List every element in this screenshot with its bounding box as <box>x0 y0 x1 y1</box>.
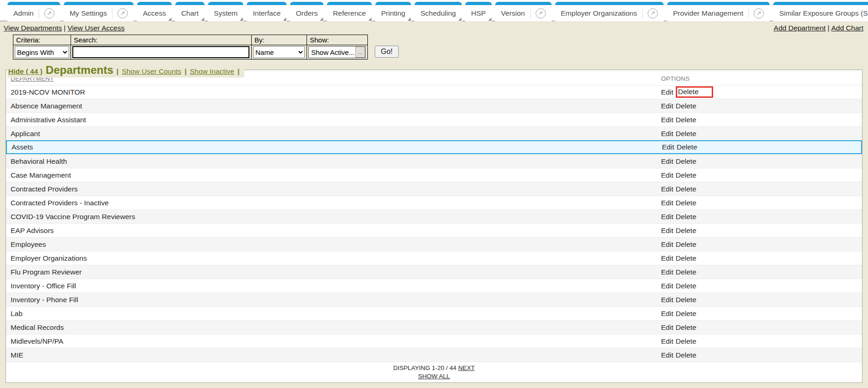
tab[interactable]: System <box>208 2 244 21</box>
tab-label: Employer Organizations <box>561 9 637 18</box>
delete-link[interactable]: Delete <box>676 130 697 138</box>
delete-link[interactable]: Delete <box>676 116 697 124</box>
next-page-link[interactable]: NEXT <box>458 364 475 371</box>
tab[interactable]: Provider Management ↗ <box>667 2 770 21</box>
department-row[interactable]: Administrative Assistant Edit Delete <box>6 113 862 126</box>
add-chart-link[interactable]: Add Chart <box>831 24 863 32</box>
department-row[interactable]: Inventory - Office Fill Edit Delete <box>6 279 862 292</box>
edit-link[interactable]: Edit <box>661 351 673 359</box>
delete-link[interactable]: Delete <box>676 227 697 235</box>
edit-link[interactable]: Edit <box>661 296 673 304</box>
tab-icon-wrap: ↗ <box>530 8 546 18</box>
tab[interactable]: Orders <box>290 2 324 21</box>
edit-link[interactable]: Edit <box>661 282 673 290</box>
delete-link[interactable]: Delete <box>677 143 697 151</box>
edit-link[interactable]: Edit <box>661 157 673 166</box>
edit-link[interactable]: Edit <box>661 323 673 332</box>
go-button[interactable]: Go! <box>375 46 399 58</box>
department-row[interactable]: Medical Records Edit Delete <box>6 320 862 334</box>
edit-link[interactable]: Edit <box>661 240 673 249</box>
tab[interactable]: Reference <box>327 2 372 21</box>
delete-link[interactable]: Delete <box>676 351 697 359</box>
legend-separator: | <box>237 64 239 79</box>
edit-link[interactable]: Edit <box>661 227 673 235</box>
department-row[interactable]: Lab Edit Delete <box>6 306 862 320</box>
open-new-window-icon[interactable]: ↗ <box>754 8 764 18</box>
delete-link[interactable]: Delete <box>676 310 697 318</box>
tab[interactable]: My Settings ↗ <box>64 2 134 21</box>
delete-link[interactable]: Delete <box>676 171 697 179</box>
tab[interactable]: Access <box>137 2 172 21</box>
department-row[interactable]: MIE Edit Delete <box>6 348 862 362</box>
hide-count-link[interactable]: Hide ( 44 ) <box>8 64 42 79</box>
department-row[interactable]: Contracted Providers - Inactive Edit Del… <box>6 196 862 209</box>
delete-link[interactable]: Delete <box>676 157 697 166</box>
edit-link[interactable]: Edit <box>661 130 673 138</box>
department-row[interactable]: Midlevels/NP/PA Edit Delete <box>6 334 862 348</box>
ellipsis-button[interactable]: ... <box>355 47 365 58</box>
department-row[interactable]: Flu Program Reviewer Edit Delete <box>6 265 862 279</box>
delete-link[interactable]: Delete <box>676 282 697 290</box>
open-new-window-icon[interactable]: ↗ <box>648 8 658 18</box>
delete-link[interactable]: Delete <box>676 268 697 276</box>
department-row[interactable]: Employees Edit Delete <box>6 237 862 251</box>
tab[interactable]: Scheduling <box>414 2 462 21</box>
view-user-access-link[interactable]: View User Access <box>67 24 124 32</box>
department-row[interactable]: Absence Management Edit Delete <box>6 99 862 113</box>
search-input[interactable] <box>72 46 249 58</box>
edit-link[interactable]: Edit <box>661 254 673 263</box>
edit-link[interactable]: Edit <box>661 171 673 179</box>
edit-link[interactable]: Edit <box>661 88 673 96</box>
tab[interactable]: Employer Organizations ↗ <box>555 2 664 21</box>
criteria-select[interactable]: Begins With <box>15 46 69 58</box>
show-active-picker[interactable]: Show Active... ... <box>308 46 366 58</box>
delete-link[interactable]: Delete <box>676 254 697 263</box>
tab[interactable]: Interface <box>247 2 286 21</box>
department-row[interactable]: Employer Organizations Edit Delete <box>6 251 862 265</box>
edit-link[interactable]: Edit <box>662 143 674 151</box>
department-row[interactable]: Contracted Providers Edit Delete <box>6 182 862 196</box>
edit-link[interactable]: Edit <box>661 310 673 318</box>
edit-link[interactable]: Edit <box>661 199 673 207</box>
department-row[interactable]: Applicant Edit Delete <box>6 126 862 140</box>
delete-link[interactable]: Delete <box>676 296 697 304</box>
row-options: Edit Delete <box>661 213 862 221</box>
delete-link[interactable]: Delete <box>676 86 713 98</box>
tab[interactable]: HSP <box>465 2 492 21</box>
department-row[interactable]: 2019-NCOV MONITOR Edit Delete <box>6 85 862 99</box>
delete-link[interactable]: Delete <box>676 199 697 207</box>
open-new-window-icon[interactable]: ↗ <box>536 8 546 18</box>
tab[interactable]: Similar Exposure Groups (SEGs) ↗ <box>773 2 868 21</box>
show-all-line: SHOW ALL <box>6 373 862 380</box>
edit-link[interactable]: Edit <box>661 185 673 193</box>
department-row[interactable]: Assets Edit Delete <box>6 140 862 154</box>
delete-link[interactable]: Delete <box>676 323 697 332</box>
tab[interactable]: Version ↗ <box>495 2 552 21</box>
tab[interactable]: Admin ↗ <box>7 2 60 21</box>
add-department-link[interactable]: Add Department <box>774 24 826 32</box>
show-all-link[interactable]: SHOW ALL <box>418 373 450 380</box>
edit-link[interactable]: Edit <box>661 116 673 124</box>
by-select[interactable]: Name <box>253 46 305 58</box>
department-row[interactable]: Inventory - Phone Fill Edit Delete <box>6 292 862 306</box>
tab[interactable]: Chart <box>175 2 205 21</box>
edit-link[interactable]: Edit <box>661 268 673 276</box>
delete-link[interactable]: Delete <box>676 213 697 221</box>
show-user-counts-link[interactable]: Show User Counts <box>122 64 181 79</box>
open-new-window-icon[interactable]: ↗ <box>118 8 128 18</box>
delete-link[interactable]: Delete <box>676 102 697 110</box>
delete-link[interactable]: Delete <box>676 337 697 346</box>
edit-link[interactable]: Edit <box>661 102 673 110</box>
show-inactive-link[interactable]: Show Inactive <box>190 64 235 79</box>
department-row[interactable]: Case Management Edit Delete <box>6 168 862 182</box>
edit-link[interactable]: Edit <box>661 337 673 346</box>
edit-link[interactable]: Edit <box>661 213 673 221</box>
department-row[interactable]: COVID-19 Vaccine Program Reviewers Edit … <box>6 209 862 223</box>
delete-link[interactable]: Delete <box>676 240 697 249</box>
department-row[interactable]: Behavioral Health Edit Delete <box>6 154 862 168</box>
view-departments-link[interactable]: View Departments <box>4 24 62 32</box>
delete-link[interactable]: Delete <box>676 185 697 193</box>
department-row[interactable]: EAP Advisors Edit Delete <box>6 223 862 237</box>
open-new-window-icon[interactable]: ↗ <box>44 8 54 18</box>
tab[interactable]: Printing <box>375 2 412 21</box>
